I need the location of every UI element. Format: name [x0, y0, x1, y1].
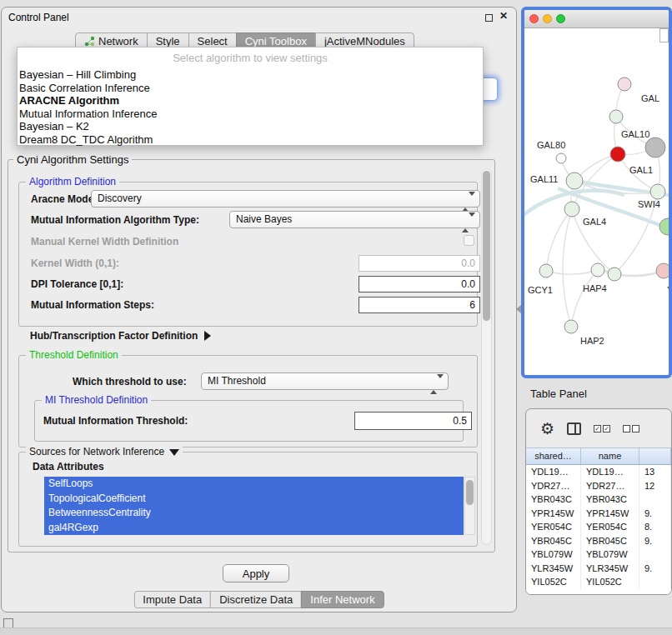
network-node[interactable] — [645, 138, 665, 158]
table-cell: YER054C — [526, 520, 581, 534]
column-header-shared[interactable]: shared… — [526, 448, 581, 464]
network-edge[interactable] — [571, 270, 598, 327]
algorithm-option[interactable]: Dream8 DC_TDC Algorithm — [18, 133, 483, 147]
select-all-rows-icon[interactable]: ✓✓ — [594, 425, 610, 432]
table-row[interactable]: YER054CYER054C8. — [526, 520, 671, 534]
network-node[interactable] — [650, 184, 665, 199]
algorithm-option[interactable]: Bayesian – Hill Climbing — [18, 68, 483, 82]
mi-steps-field[interactable] — [359, 297, 480, 313]
network-node-label: GAL4 — [583, 217, 606, 227]
network-node[interactable] — [656, 263, 669, 278]
which-threshold-select[interactable]: MI Threshold — [201, 372, 449, 390]
tab-infer-network[interactable]: Infer Network — [301, 591, 384, 608]
table-panel-title: Table Panel — [530, 388, 587, 400]
table-row[interactable]: YIL052CYIL052C — [526, 575, 671, 589]
aracne-mode-value: Discovery — [98, 192, 142, 204]
table-cell: YBR045C — [526, 534, 581, 548]
network-edge[interactable] — [563, 209, 572, 327]
table-row[interactable]: YDL19…YDL19…13 — [526, 465, 671, 479]
close-traffic-light[interactable] — [529, 14, 539, 23]
algorithm-option[interactable]: Mutual Information Inference — [18, 108, 483, 121]
network-node[interactable] — [564, 202, 579, 217]
network-node[interactable] — [564, 320, 578, 333]
apply-button[interactable]: Apply — [223, 564, 289, 582]
gear-icon[interactable]: ⚙ — [540, 421, 554, 437]
scrollbar-button[interactable] — [659, 28, 669, 42]
column-header-name[interactable]: name — [581, 448, 639, 464]
cyni-algorithm-settings-group: Cyni Algorithm Settings Algorithm Defini… — [8, 159, 495, 552]
tab-discretize-data[interactable]: Discretize Data — [210, 591, 302, 608]
algorithm-option[interactable]: Basic Correlation Inference — [18, 82, 483, 95]
kernel-width-field[interactable] — [359, 255, 480, 272]
attribute-list-item[interactable]: BetweennessCentrality — [44, 506, 464, 521]
minimize-traffic-light[interactable] — [543, 14, 552, 23]
deselect-all-rows-icon[interactable] — [623, 425, 639, 432]
table-cell: YDL19… — [526, 465, 581, 479]
table-cell: 9. — [639, 507, 671, 521]
settings-legend: Cyni Algorithm Settings — [13, 153, 132, 166]
network-node[interactable] — [556, 153, 566, 163]
close-icon[interactable]: ✕ — [499, 10, 508, 22]
attribute-list-item[interactable]: TopologicalCoefficient — [44, 492, 464, 507]
network-node-label: GAL — [641, 93, 659, 103]
table-cell: 9. — [639, 562, 671, 576]
tab-label: Discretize Data — [219, 593, 293, 606]
columns-icon[interactable] — [567, 422, 581, 435]
network-node[interactable] — [591, 263, 604, 277]
network-node[interactable] — [566, 172, 583, 189]
table-row[interactable]: YBL079WYBL079W — [526, 548, 671, 562]
mi-threshold-field[interactable] — [354, 412, 472, 430]
expand-right-icon — [204, 331, 211, 341]
scrollbar-thumb[interactable] — [483, 171, 490, 321]
table-cell: YDR27… — [526, 479, 581, 493]
column-header-extra[interactable] — [639, 448, 671, 464]
float-window-icon[interactable] — [485, 14, 493, 22]
table-cell — [639, 492, 671, 507]
table-body: YDL19…YDL19…13YDR27…YDR27…12YBR043CYBR04… — [526, 465, 671, 594]
table-row[interactable]: YBR043CYBR043C — [526, 492, 671, 507]
hub-section-toggle[interactable]: Hub/Transcription Factor Definition — [30, 330, 211, 342]
table-row[interactable]: YBR045CYBR045C9. — [526, 534, 671, 548]
table-cell: YBR043C — [526, 492, 581, 507]
table-row[interactable]: YLR345WYLR345W9. — [526, 562, 671, 576]
mi-type-select[interactable]: Naive Bayes — [229, 211, 480, 228]
network-edge[interactable] — [546, 209, 572, 271]
network-node-label: GAL80 — [537, 140, 565, 150]
table-cell: YDR27… — [581, 479, 639, 493]
tab-impute-data[interactable]: Impute Data — [133, 591, 211, 608]
manual-kernel-checkbox[interactable] — [464, 235, 474, 246]
table-cell: YBL079W — [581, 548, 639, 562]
status-bar — [0, 628, 672, 635]
network-node[interactable] — [659, 218, 669, 235]
network-node[interactable] — [539, 264, 553, 278]
network-node[interactable] — [608, 268, 621, 281]
zoom-traffic-light[interactable] — [556, 14, 565, 23]
attribute-list-item[interactable]: gal4RGexp — [44, 521, 464, 536]
settings-scrollbar[interactable] — [481, 168, 492, 545]
network-node[interactable] — [610, 147, 625, 162]
network-node-label: HAP4 — [583, 283, 607, 293]
aracne-mode-select[interactable]: Discovery — [91, 190, 480, 208]
network-node-label: GAL10 — [621, 129, 649, 139]
mi-threshold-title: MI Threshold Definition — [42, 394, 151, 406]
network-node[interactable] — [618, 78, 631, 91]
network-node[interactable] — [609, 110, 623, 123]
expand-down-icon — [169, 449, 179, 456]
attribute-list-item[interactable]: SelfLoops — [44, 477, 464, 492]
algorithm-option[interactable]: ARACNE Algorithm — [18, 94, 483, 108]
threshold-definition-group: Threshold Definition Which threshold to … — [18, 355, 478, 448]
table-row[interactable]: YPR145WYPR145W9. — [526, 507, 671, 521]
network-canvas[interactable]: GALGAL80GAL10GAL11GAL1SWI4GAL4GCY1HAP4YH… — [524, 28, 669, 375]
which-threshold-label: Which threshold to use: — [73, 376, 187, 388]
attribute-list-scrollbar[interactable] — [464, 477, 475, 535]
scrollbar-thumb[interactable] — [466, 480, 474, 505]
control-panel-window: Control Panel ✕ Network Style Select Cyn… — [1, 7, 517, 612]
table-row[interactable]: YDR27…YDR27…12 — [526, 479, 671, 493]
network-edge[interactable] — [546, 270, 598, 274]
table-cell: YBL079W — [526, 548, 581, 562]
algorithm-option[interactable]: Bayesian – K2 — [18, 120, 483, 133]
sources-title[interactable]: Sources for Network Inference — [26, 446, 183, 458]
dpi-tolerance-field[interactable] — [359, 276, 480, 292]
network-node-label: GCY1 — [528, 285, 553, 295]
data-attributes-label: Data Attributes — [33, 461, 104, 472]
